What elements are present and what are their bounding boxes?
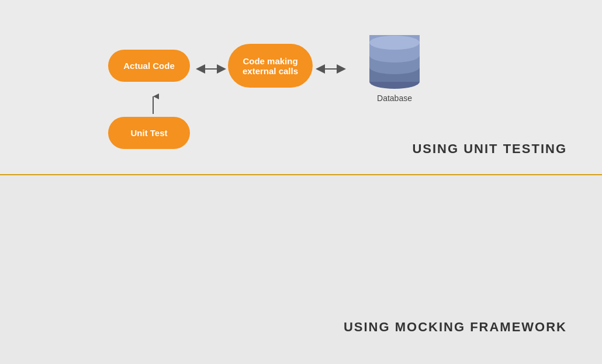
top-section: Actual Code Code making external calls U… <box>0 0 602 175</box>
arrow-bidirectional-2 <box>316 63 346 75</box>
title-bottom: USING MOCKING FRAMEWORK <box>344 320 567 335</box>
database-label: Database <box>377 93 412 103</box>
arrow-bidirectional-1 <box>196 63 226 75</box>
bottom-section: Actual Code Unit Test The Mocking Framew… <box>0 175 602 364</box>
svg-point-7 <box>369 36 420 50</box>
arrow-up-top <box>147 92 159 116</box>
database-icon <box>368 32 421 91</box>
actual-code-top-label: Actual Code <box>123 61 175 71</box>
unit-test-top: Unit Test <box>108 117 190 149</box>
title-top: USING UNIT TESTING <box>412 141 567 157</box>
unit-test-top-label: Unit Test <box>130 128 167 138</box>
actual-code-top: Actual Code <box>108 50 190 82</box>
code-making-pill: Code making external calls <box>228 44 313 88</box>
code-making-label: Code making external calls <box>228 56 313 76</box>
database-container: Database <box>368 32 421 103</box>
